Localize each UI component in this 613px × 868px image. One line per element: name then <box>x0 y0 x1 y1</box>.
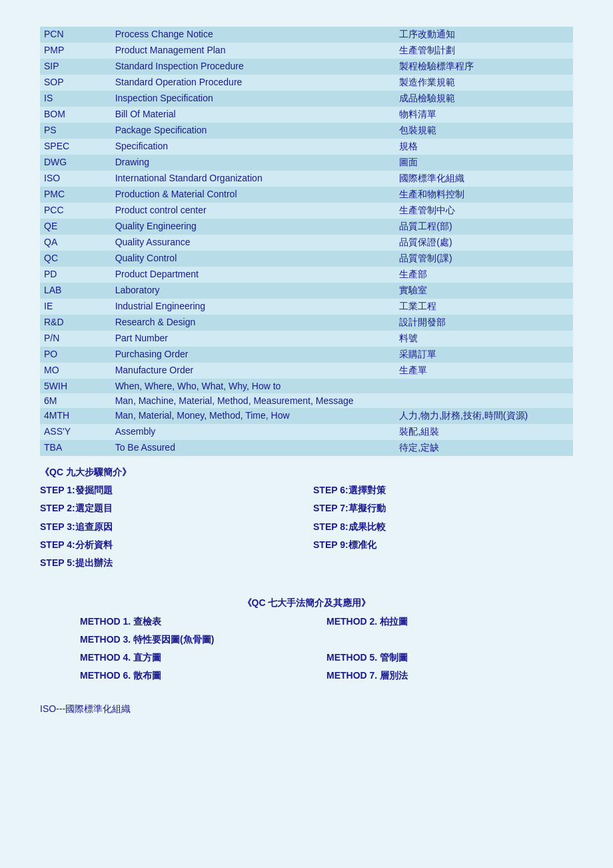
en-cell: Man, Material, Money, Method, Time, How <box>111 408 396 424</box>
zh-cell: 製程檢驗標準程序 <box>395 59 573 75</box>
step-item: STEP 9:標准化 <box>313 537 573 553</box>
abbr-cell: QC <box>40 251 111 267</box>
en-cell: Standard Operation Procedure <box>111 75 396 91</box>
method-item-right: METHOD 2. 柏拉圖 <box>326 613 573 630</box>
abbr-cell: LAB <box>40 283 111 299</box>
abbr-cell: PCC <box>40 203 111 219</box>
text-content: 《QC 九大步驟簡介》 STEP 1:發掘問題STEP 6:選擇對策STEP 2… <box>40 464 573 718</box>
zh-cell: 料號 <box>395 331 573 347</box>
abbr-cell: P/N <box>40 331 111 347</box>
zh-cell: 采購訂單 <box>395 347 573 363</box>
en-cell: Industrial Engineering <box>111 299 396 315</box>
abbr-cell: PD <box>40 267 111 283</box>
zh-cell: 品質保證(處) <box>395 235 573 251</box>
method-item-left: METHOD 6. 散布圖 <box>80 667 326 684</box>
method-item-left: METHOD 1. 查檢表 <box>80 613 326 630</box>
zh-cell: 人力,物力,財務,技術,時間(資源) <box>395 408 573 424</box>
zh-cell: 生產部 <box>395 267 573 283</box>
zh-cell: 設計開發部 <box>395 315 573 331</box>
abbr-cell: SPEC <box>40 139 111 155</box>
abbr-cell: IS <box>40 91 111 107</box>
step-item: STEP 3:追查原因 <box>40 519 300 535</box>
en-cell: Quality Control <box>111 251 396 267</box>
abbr-cell: R&D <box>40 315 111 331</box>
abbr-cell: DWG <box>40 155 111 171</box>
step-item: STEP 2:選定題目 <box>40 500 300 517</box>
zh-cell: 裝配,組裝 <box>395 424 573 440</box>
en-cell: Inspection Specification <box>111 91 396 107</box>
zh-cell: 品質管制(課) <box>395 251 573 267</box>
zh-cell: 工序改動通知 <box>395 27 573 43</box>
en-cell: Assembly <box>111 424 396 440</box>
en-cell: Drawing <box>111 155 396 171</box>
abbreviation-table: PCN Process Change Notice 工序改動通知 PMP Pro… <box>40 27 573 456</box>
en-cell: When, Where, Who, What, Why, How to <box>111 379 396 393</box>
step-item: STEP 7:草擬行動 <box>313 500 573 517</box>
en-cell: Man, Machine, Material, Method, Measurem… <box>111 393 573 408</box>
steps-grid: STEP 1:發掘問題STEP 6:選擇對策STEP 2:選定題目STEP 7:… <box>40 482 573 571</box>
step-item: STEP 8:成果比較 <box>313 519 573 535</box>
en-cell: Part Number <box>111 331 396 347</box>
qc-steps-title: 《QC 九大步驟簡介》 <box>40 464 573 481</box>
abbr-cell: BOM <box>40 107 111 123</box>
en-cell: Laboratory <box>111 283 396 299</box>
en-cell: Research & Design <box>111 315 396 331</box>
en-cell: Quality Assurance <box>111 235 396 251</box>
abbr-cell: TBA <box>40 440 111 456</box>
en-cell: International Standard Organization <box>111 171 396 187</box>
zh-cell: 待定,定缺 <box>395 440 573 456</box>
abbr-cell: SOP <box>40 75 111 91</box>
step-item <box>313 555 573 571</box>
method-item-left: METHOD 4. 直方圖 <box>80 649 326 666</box>
en-cell: Bill Of Material <box>111 107 396 123</box>
abbr-cell: PMC <box>40 187 111 203</box>
en-cell: Standard Inspection Procedure <box>111 59 396 75</box>
zh-cell: 品質工程(部) <box>395 219 573 235</box>
zh-cell: 包裝規範 <box>395 123 573 139</box>
abbr-cell: PCN <box>40 27 111 43</box>
abbr-cell: PO <box>40 347 111 363</box>
abbr-cell: MO <box>40 363 111 379</box>
footer-text: ISO---國際標準化組織 <box>40 701 573 717</box>
abbr-cell: ISO <box>40 171 111 187</box>
abbr-cell: IE <box>40 299 111 315</box>
zh-cell: 生產單 <box>395 363 573 379</box>
zh-cell: 製造作業規範 <box>395 75 573 91</box>
zh-cell: 圖面 <box>395 155 573 171</box>
step-item: STEP 5:提出辦法 <box>40 555 300 571</box>
en-cell: Quality Engineering <box>111 219 396 235</box>
zh-cell: 生產和物料控制 <box>395 187 573 203</box>
en-cell: Manufacture Order <box>111 363 396 379</box>
abbr-cell: QA <box>40 235 111 251</box>
method-grid: METHOD 1. 查檢表METHOD 2. 柏拉圖METHOD 3. 特性要因… <box>80 613 573 685</box>
en-cell: Package Specification <box>111 123 396 139</box>
abbr-cell: 6M <box>40 393 111 408</box>
step-item: STEP 4:分析資料 <box>40 537 300 553</box>
abbr-cell: PS <box>40 123 111 139</box>
zh-cell: 實驗室 <box>395 283 573 299</box>
step-item: STEP 6:選擇對策 <box>313 482 573 499</box>
en-cell: Purchasing Order <box>111 347 396 363</box>
abbr-cell: 4MTH <box>40 408 111 424</box>
method-item-right: METHOD 7. 層別法 <box>326 667 573 684</box>
en-cell: Production & Material Control <box>111 187 396 203</box>
abbr-cell: ASS'Y <box>40 424 111 440</box>
en-cell: Product Department <box>111 267 396 283</box>
step-item: STEP 1:發掘問題 <box>40 482 300 499</box>
zh-cell: 國際標準化組織 <box>395 171 573 187</box>
zh-cell: 生產管制計劃 <box>395 43 573 59</box>
en-cell: Product control center <box>111 203 396 219</box>
abbr-cell: SIP <box>40 59 111 75</box>
abbr-cell: 5WIH <box>40 379 111 393</box>
zh-cell: 生產管制中心 <box>395 203 573 219</box>
qc-methods-title: 《QC 七大手法簡介及其應用》 <box>40 595 573 611</box>
zh-cell <box>395 379 573 393</box>
method-item-right: METHOD 5. 管制圖 <box>326 649 573 666</box>
en-cell: To Be Assured <box>111 440 396 456</box>
en-cell: Product Management Plan <box>111 43 396 59</box>
abbr-cell: QE <box>40 219 111 235</box>
en-cell: Specification <box>111 139 396 155</box>
en-cell: Process Change Notice <box>111 27 396 43</box>
zh-cell: 規格 <box>395 139 573 155</box>
zh-cell: 物料清單 <box>395 107 573 123</box>
